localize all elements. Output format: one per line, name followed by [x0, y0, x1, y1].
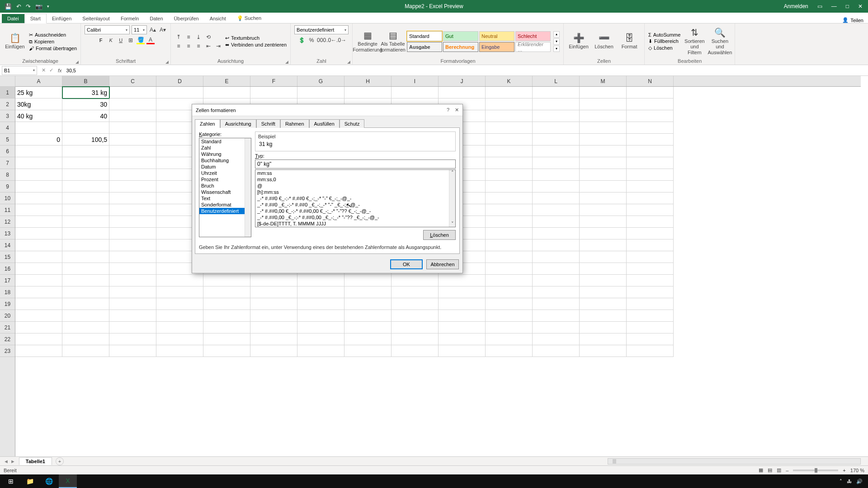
format-listbox[interactable]: mm:ssmm:ss,0@[h]:mm:ss_-* #.##0 €_-;-* #… [255, 169, 456, 227]
category-item[interactable]: Wissenschaft [199, 189, 251, 195]
category-item[interactable]: Standard [199, 138, 251, 145]
format-item[interactable]: mm:ss,0 [255, 176, 455, 183]
category-item[interactable]: Text [199, 195, 251, 202]
modal-overlay: Zellen formatieren ? ✕ Zahlen Ausrichtun… [0, 0, 868, 488]
category-item[interactable]: Währung [199, 151, 251, 157]
listbox-scrollbar[interactable]: ˄˅ [449, 170, 455, 227]
format-item[interactable]: @ [255, 183, 455, 189]
format-cells-dialog: Zellen formatieren ? ✕ Zahlen Ausrichtun… [192, 104, 463, 273]
format-item[interactable]: #.##0,00 € [255, 227, 455, 227]
format-item[interactable]: _-* #.##0 _€_-;-* #.##0 _€_-;_-* "-" _€_… [255, 202, 455, 208]
category-item[interactable]: Zahl [199, 145, 251, 151]
category-label: Kategorie: [199, 131, 251, 137]
dialog-tab-zahlen[interactable]: Zahlen [195, 119, 220, 128]
dialog-tab-schrift[interactable]: Schrift [256, 119, 280, 128]
format-item[interactable]: [$-de-DE]TTTT, T. MMMM JJJJ [255, 221, 455, 227]
dialog-hint: Geben Sie Ihr Zahlenformat ein, unter Ve… [199, 244, 456, 250]
category-listbox[interactable]: StandardZahlWährungBuchhaltungDatumUhrze… [199, 138, 251, 237]
dialog-tab-ausfuellen[interactable]: Ausfüllen [309, 119, 340, 128]
format-item[interactable]: _-* #.##0,00 _€_-;-* #.##0,00 _€_-;_-* "… [255, 214, 455, 221]
format-item[interactable]: [h]:mm:ss [255, 189, 455, 195]
category-item[interactable]: Sonderformat [199, 202, 251, 208]
cancel-button[interactable]: Abbrechen [426, 259, 459, 269]
sample-value: 31 kg [258, 141, 453, 147]
category-item[interactable]: Uhrzeit [199, 170, 251, 176]
dialog-tab-schutz[interactable]: Schutz [340, 119, 365, 128]
format-item[interactable]: _-* #.##0,00 €_-;-* #.##0,00 €_-;_-* "-"… [255, 208, 455, 214]
category-item[interactable]: Benutzerdefiniert [199, 208, 251, 214]
sample-box: Beispiel 31 kg [255, 131, 456, 151]
dialog-tab-rahmen[interactable]: Rahmen [280, 119, 309, 128]
category-item[interactable]: Buchhaltung [199, 157, 251, 164]
ok-button[interactable]: OK [390, 259, 423, 269]
dialog-help-icon[interactable]: ? [447, 107, 449, 113]
format-item[interactable]: _-* #.##0 €_-;-* #.##0 €_-;_-* "-" €_-;_… [255, 195, 455, 202]
category-item[interactable]: Bruch [199, 183, 251, 189]
listbox-scrollbar[interactable] [245, 138, 251, 237]
category-item[interactable]: Prozent [199, 176, 251, 183]
dialog-close-icon[interactable]: ✕ [455, 107, 459, 113]
format-item[interactable]: mm:ss [255, 170, 455, 176]
delete-format-button[interactable]: Löschen [423, 230, 456, 240]
category-item[interactable]: Datum [199, 164, 251, 170]
dialog-tab-ausrichtung[interactable]: Ausrichtung [220, 119, 256, 128]
type-input[interactable] [255, 160, 456, 169]
type-label: Typ: [255, 153, 456, 159]
dialog-title: Zellen formatieren [196, 108, 236, 113]
